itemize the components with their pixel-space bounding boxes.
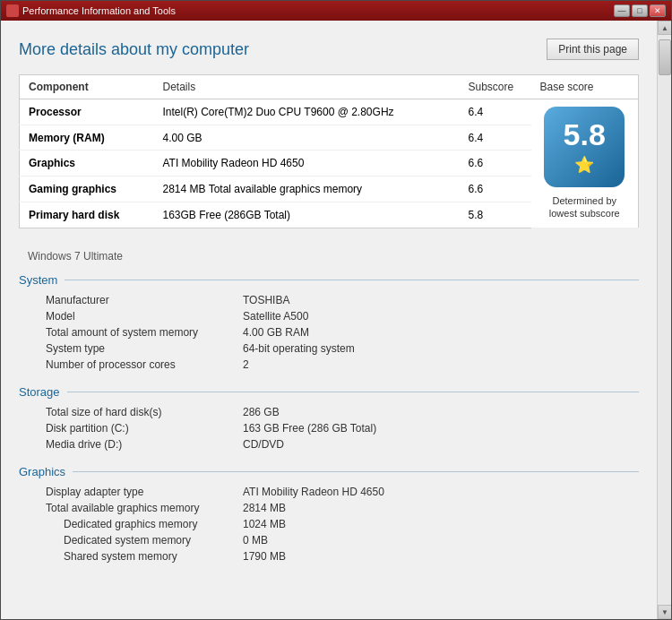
graphics-section-line	[73, 471, 639, 472]
info-label: Dedicated graphics memory	[46, 518, 243, 530]
cell-details: 163GB Free (286GB Total)	[154, 202, 460, 228]
main-area: More details about my computer Print thi…	[1, 21, 657, 619]
score-description: Determined by lowest subscore	[538, 194, 632, 220]
storage-section-line	[67, 392, 639, 392]
window-controls: — □ ✕	[614, 4, 666, 17]
info-label: Total available graphics memory	[46, 502, 243, 514]
info-row: Media drive (D:)CD/DVD	[46, 438, 639, 451]
info-value: 1790 MB	[243, 550, 286, 563]
info-row: Dedicated system memory0 MB	[46, 534, 639, 547]
info-label: Number of processor cores	[46, 358, 243, 371]
cell-subscore: 6.4	[460, 125, 531, 151]
info-row: ModelSatellite A500	[46, 310, 639, 323]
window-title: Performance Information and Tools	[22, 5, 614, 16]
col-component: Component	[20, 75, 154, 99]
system-content: ManufacturerTOSHIBAModelSatellite A500To…	[19, 294, 639, 371]
col-subscore: Subscore	[460, 75, 531, 99]
table-row: ProcessorIntel(R) Core(TM)2 Duo CPU T960…	[20, 99, 639, 125]
info-label: Total size of hard disk(s)	[46, 406, 243, 418]
maximize-button[interactable]: □	[632, 4, 648, 17]
info-row: Total amount of system memory4.00 GB RAM	[46, 326, 639, 339]
info-label: Display adapter type	[46, 486, 243, 498]
info-label: Manufacturer	[46, 294, 243, 306]
cell-component: Gaming graphics	[20, 177, 154, 202]
app-icon	[6, 4, 19, 17]
info-value: TOSHIBA	[243, 294, 289, 306]
storage-section: Storage Total size of hard disk(s)286 GB…	[19, 385, 639, 451]
storage-section-header: Storage	[19, 385, 639, 399]
col-basescore: Base score	[531, 75, 639, 99]
info-label: System type	[46, 342, 243, 355]
scroll-up-button[interactable]: ▲	[658, 21, 671, 35]
info-row: Total available graphics memory2814 MB	[46, 502, 639, 514]
cell-details: Intel(R) Core(TM)2 Duo CPU T9600 @ 2.80G…	[154, 99, 460, 125]
info-value: 163 GB Free (286 GB Total)	[243, 422, 376, 435]
graphics-section: Graphics Display adapter typeATI Mobilit…	[19, 465, 639, 563]
info-value: ATI Mobility Radeon HD 4650	[243, 486, 384, 498]
window-content: More details about my computer Print thi…	[1, 21, 671, 619]
scroll-track[interactable]	[658, 35, 671, 605]
print-button[interactable]: Print this page	[547, 39, 639, 60]
score-badge: 5.8⭐	[544, 107, 625, 187]
info-value: 64-bit operating system	[243, 342, 355, 355]
cell-details: 4.00 GB	[154, 125, 460, 151]
cell-subscore: 5.8	[460, 202, 531, 228]
cell-component: Primary hard disk	[20, 202, 154, 228]
cell-subscore: 6.6	[460, 151, 531, 177]
system-section-line	[65, 280, 639, 280]
cell-details: ATI Mobility Radeon HD 4650	[154, 151, 460, 177]
info-value: 0 MB	[243, 534, 268, 547]
info-value: Satellite A500	[243, 310, 308, 323]
info-row: Display adapter typeATI Mobility Radeon …	[46, 486, 639, 498]
performance-table: Component Details Subscore Base score Pr…	[19, 74, 639, 228]
info-value: 4.00 GB RAM	[243, 326, 309, 339]
graphics-section-header: Graphics	[19, 465, 639, 478]
page-title: More details about my computer	[19, 40, 249, 59]
info-value: 1024 MB	[243, 518, 286, 530]
cell-subscore: 6.6	[460, 177, 531, 202]
title-bar: Performance Information and Tools — □ ✕	[1, 1, 671, 21]
info-label: Disk partition (C:)	[46, 422, 243, 435]
info-row: ManufacturerTOSHIBA	[46, 294, 639, 306]
info-value: 2814 MB	[243, 502, 286, 514]
system-section-title: System	[19, 273, 57, 287]
system-section: System ManufacturerTOSHIBAModelSatellite…	[19, 273, 639, 371]
cell-component: Processor	[20, 99, 154, 125]
info-row: Total size of hard disk(s)286 GB	[46, 406, 639, 418]
windows-edition: Windows 7 Ultimate	[19, 243, 639, 270]
col-details: Details	[154, 75, 460, 99]
score-number: 5.8	[544, 119, 625, 150]
info-row: Disk partition (C:)163 GB Free (286 GB T…	[46, 422, 639, 435]
info-value: CD/DVD	[243, 438, 284, 451]
storage-section-title: Storage	[19, 385, 60, 399]
cell-component: Graphics	[20, 151, 154, 177]
graphics-content: Display adapter typeATI Mobility Radeon …	[19, 486, 639, 563]
cell-subscore: 6.4	[460, 99, 531, 125]
info-label: Total amount of system memory	[46, 326, 243, 339]
cell-component: Memory (RAM)	[20, 125, 154, 151]
score-icon: ⭐	[544, 155, 625, 175]
minimize-button[interactable]: —	[614, 4, 630, 17]
graphics-section-title: Graphics	[19, 465, 65, 478]
info-row: System type64-bit operating system	[46, 342, 639, 355]
info-label: Model	[46, 310, 243, 323]
score-badge-cell: 5.8⭐Determined by lowest subscore	[531, 99, 639, 228]
page-header: More details about my computer Print thi…	[19, 39, 639, 60]
info-row: Number of processor cores2	[46, 358, 639, 371]
scroll-down-button[interactable]: ▼	[658, 605, 671, 619]
info-value: 286 GB	[243, 406, 280, 418]
info-label: Shared system memory	[46, 550, 243, 563]
info-label: Media drive (D:)	[46, 438, 243, 451]
info-label: Dedicated system memory	[46, 534, 243, 547]
scroll-thumb[interactable]	[659, 39, 671, 75]
info-row: Shared system memory1790 MB	[46, 550, 639, 563]
cell-details: 2814 MB Total available graphics memory	[154, 177, 460, 202]
close-button[interactable]: ✕	[650, 4, 666, 17]
storage-content: Total size of hard disk(s)286 GBDisk par…	[19, 406, 639, 451]
scrollbar[interactable]: ▲ ▼	[657, 21, 671, 619]
system-section-header: System	[19, 273, 639, 287]
main-window: Performance Information and Tools — □ ✕ …	[0, 0, 672, 620]
info-row: Dedicated graphics memory1024 MB	[46, 518, 639, 530]
info-value: 2	[243, 358, 249, 371]
